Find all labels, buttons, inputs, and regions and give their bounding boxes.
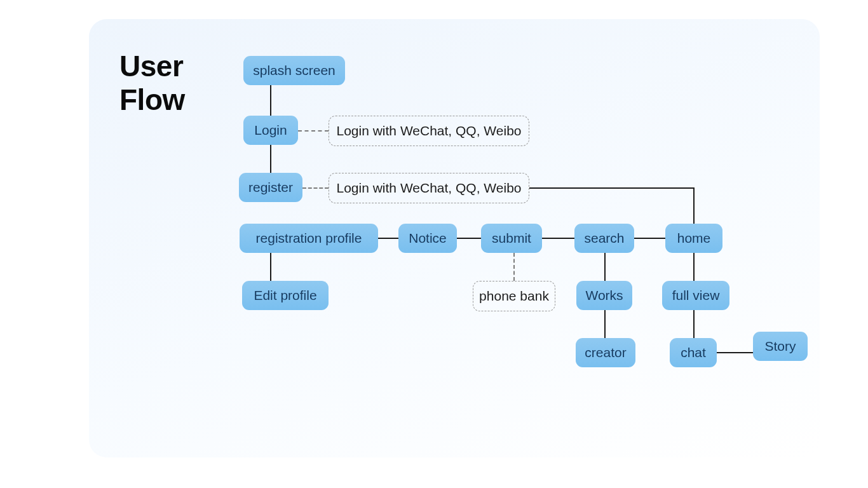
conn-notice-submit <box>457 238 481 239</box>
conn-regprof-notice <box>378 238 398 239</box>
conn-submit-phonebank <box>513 253 515 281</box>
conn-home-up <box>693 187 695 224</box>
conn-login-anno <box>298 130 329 132</box>
anno-login-providers: Login with WeChat, QQ, Weibo <box>329 116 529 146</box>
title-line-2: Flow <box>119 83 185 116</box>
node-notice: Notice <box>398 224 457 253</box>
diagram-title: User Flow <box>119 50 185 117</box>
node-edit-profile: Edit profile <box>242 281 329 310</box>
node-search: search <box>574 224 634 253</box>
node-home: home <box>665 224 722 253</box>
anno-phone-bank: phone bank <box>473 281 555 311</box>
conn-search-works <box>604 253 606 281</box>
conn-splash-login <box>270 85 271 116</box>
node-full-view: full view <box>662 281 729 310</box>
node-splash-screen: splash screen <box>243 56 345 85</box>
conn-registeranno-home <box>529 187 695 189</box>
conn-fullview-chat <box>693 310 695 338</box>
node-submit: submit <box>481 224 542 253</box>
title-line-1: User <box>119 50 183 83</box>
node-story: Story <box>753 332 808 361</box>
anno-register-providers: Login with WeChat, QQ, Weibo <box>329 173 529 203</box>
node-registration-profile: registration profile <box>240 224 378 253</box>
conn-regprofile-editprofile <box>270 253 271 281</box>
conn-search-home <box>634 238 665 239</box>
node-register: register <box>239 173 302 202</box>
conn-submit-search <box>542 238 574 239</box>
node-works: Works <box>576 281 632 310</box>
conn-login-register <box>270 145 271 173</box>
conn-works-creator <box>604 310 606 338</box>
conn-chat-story <box>717 352 753 353</box>
node-chat: chat <box>670 338 717 367</box>
conn-home-fullview <box>693 253 695 281</box>
conn-register-anno <box>302 187 329 189</box>
node-creator: creator <box>576 338 635 367</box>
node-login: Login <box>243 116 298 145</box>
